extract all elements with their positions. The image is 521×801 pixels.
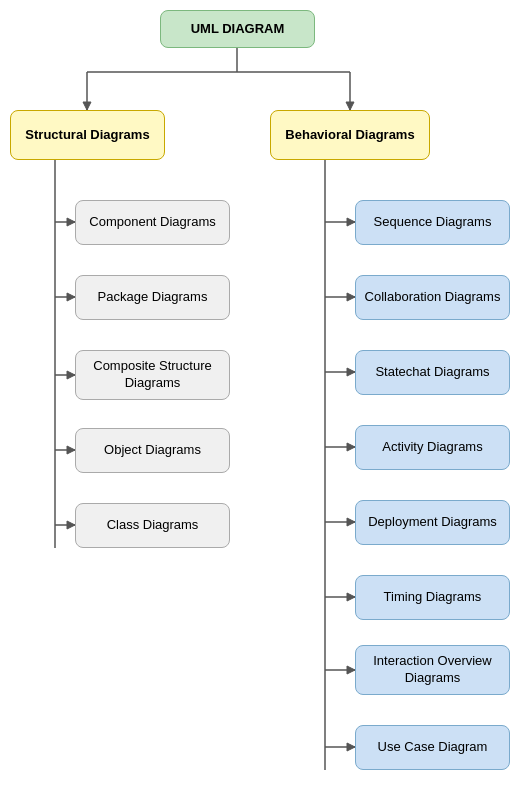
deployment-diagrams-node: Deployment Diagrams: [355, 500, 510, 545]
structural-category: Structural Diagrams: [10, 110, 165, 160]
timing-diagrams-node: Timing Diagrams: [355, 575, 510, 620]
svg-marker-34: [347, 743, 355, 751]
svg-marker-22: [347, 293, 355, 301]
svg-marker-17: [67, 521, 75, 529]
statechat-diagrams-node: Statechat Diagrams: [355, 350, 510, 395]
svg-marker-32: [347, 666, 355, 674]
sequence-diagrams-node: Sequence Diagrams: [355, 200, 510, 245]
svg-marker-28: [347, 518, 355, 526]
use-case-diagram-node: Use Case Diagram: [355, 725, 510, 770]
collaboration-diagrams-node: Collaboration Diagrams: [355, 275, 510, 320]
diagram-container: UML DIAGRAM Structural Diagrams Behavior…: [0, 0, 521, 801]
object-diagrams-node: Object Diagrams: [75, 428, 230, 473]
svg-marker-20: [347, 218, 355, 226]
svg-marker-3: [83, 102, 91, 110]
component-diagrams-node: Component Diagrams: [75, 200, 230, 245]
behavioral-category: Behavioral Diagrams: [270, 110, 430, 160]
root-node: UML DIAGRAM: [160, 10, 315, 48]
svg-marker-13: [67, 371, 75, 379]
composite-structure-diagrams-node: Composite StructureDiagrams: [75, 350, 230, 400]
package-diagrams-node: Package Diagrams: [75, 275, 230, 320]
activity-diagrams-node: Activity Diagrams: [355, 425, 510, 470]
svg-marker-9: [67, 218, 75, 226]
svg-marker-6: [346, 102, 354, 110]
class-diagrams-node: Class Diagrams: [75, 503, 230, 548]
interaction-overview-diagrams-node: Interaction OverviewDiagrams: [355, 645, 510, 695]
svg-marker-11: [67, 293, 75, 301]
svg-marker-26: [347, 443, 355, 451]
svg-marker-24: [347, 368, 355, 376]
svg-marker-30: [347, 593, 355, 601]
svg-marker-15: [67, 446, 75, 454]
